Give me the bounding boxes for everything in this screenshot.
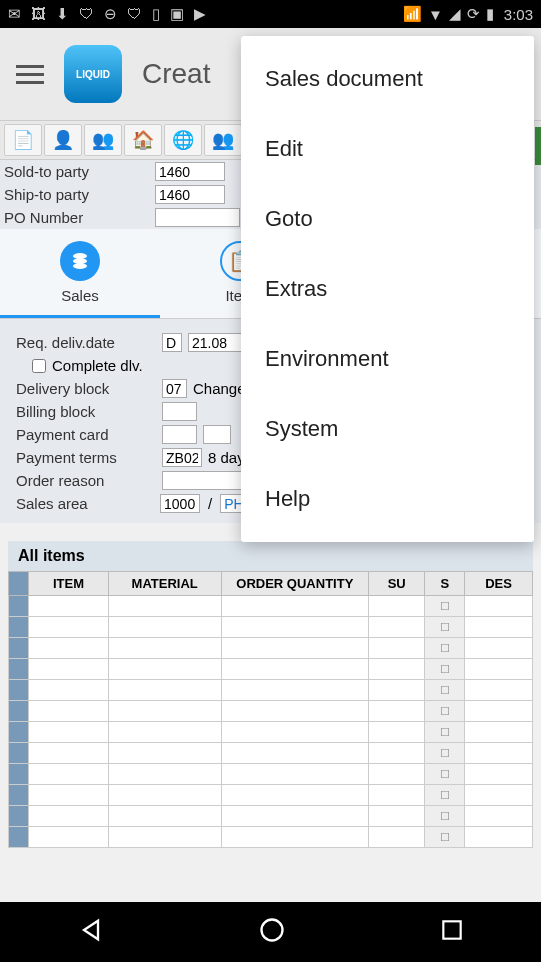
toolbar-btn-6[interactable]: 👥 <box>204 124 242 156</box>
toolbar-btn-1[interactable]: 📄 <box>4 124 42 156</box>
table-row[interactable]: ☐ <box>9 764 533 785</box>
payment-card-input-2[interactable] <box>203 425 231 444</box>
menu-item-edit[interactable]: Edit <box>241 114 534 184</box>
payment-terms-code-input[interactable] <box>162 448 202 467</box>
ship-to-label: Ship-to party <box>0 186 155 203</box>
box-icon: ▣ <box>170 5 184 23</box>
sales-area-input-1[interactable] <box>160 494 200 513</box>
po-label: PO Number <box>0 209 155 226</box>
th-corner <box>9 572 29 596</box>
payment-card-input-1[interactable] <box>162 425 197 444</box>
home-button[interactable] <box>258 916 286 948</box>
image-icon: 🖼 <box>31 5 46 23</box>
payment-card-label: Payment card <box>16 426 156 443</box>
delivery-block-label: Delivery block <box>16 380 156 397</box>
wifi-icon: ▼ <box>428 6 443 23</box>
ship-to-input[interactable] <box>155 185 225 204</box>
app-logo: LIQUID <box>64 45 122 103</box>
recent-button[interactable] <box>439 917 465 947</box>
req-deliv-date-input[interactable] <box>188 333 243 352</box>
menu-item-environment[interactable]: Environment <box>241 324 534 394</box>
svg-rect-4 <box>443 921 460 938</box>
th-item: ITEM <box>29 572 108 596</box>
toolbar-btn-3[interactable]: 👥 <box>84 124 122 156</box>
svg-point-2 <box>73 263 87 269</box>
menu-item-system[interactable]: System <box>241 394 534 464</box>
toolbar-btn-2[interactable]: 👤 <box>44 124 82 156</box>
billing-block-input[interactable] <box>162 402 197 421</box>
table-row[interactable]: ☐ <box>9 743 533 764</box>
items-table: ITEM MATERIAL ORDER QUANTITY SU S DES ☐☐… <box>8 571 533 848</box>
sold-to-label: Sold-to party <box>0 163 155 180</box>
payment-terms-text: 8 day <box>208 449 245 466</box>
table-row[interactable]: ☐ <box>9 785 533 806</box>
signal-icon: 📶 <box>403 5 422 23</box>
sold-to-input[interactable] <box>155 162 225 181</box>
table-row[interactable]: ☐ <box>9 806 533 827</box>
battery-level-icon: ▮ <box>486 5 494 23</box>
sync-icon: ⟳ <box>467 5 480 23</box>
menu-item-goto[interactable]: Goto <box>241 184 534 254</box>
th-des: DES <box>465 572 533 596</box>
menu-button[interactable] <box>16 65 44 84</box>
menu-item-extras[interactable]: Extras <box>241 254 534 324</box>
req-deliv-type-input[interactable] <box>162 333 182 352</box>
dropdown-menu: Sales document Edit Goto Extras Environm… <box>241 36 534 542</box>
green-indicator <box>535 127 541 165</box>
table-row[interactable]: ☐ <box>9 701 533 722</box>
billing-block-label: Billing block <box>16 403 156 420</box>
th-su: SU <box>368 572 425 596</box>
android-nav-bar <box>0 902 541 962</box>
th-material: MATERIAL <box>108 572 221 596</box>
mail-icon: ✉ <box>8 5 21 23</box>
items-section: All items ITEM MATERIAL ORDER QUANTITY S… <box>0 541 541 848</box>
menu-item-sales-document[interactable]: Sales document <box>241 44 534 114</box>
shield-icon: 🛡 <box>79 5 94 23</box>
shield2-icon: 🛡 <box>127 5 142 23</box>
table-row[interactable]: ☐ <box>9 680 533 701</box>
table-row[interactable]: ☐ <box>9 638 533 659</box>
coins-icon <box>60 241 100 281</box>
table-row[interactable]: ☐ <box>9 827 533 848</box>
table-row[interactable]: ☐ <box>9 659 533 680</box>
delivery-block-code-input[interactable] <box>162 379 187 398</box>
svg-point-3 <box>261 920 282 941</box>
minus-icon: ⊖ <box>104 5 117 23</box>
page-title: Creat <box>142 58 210 90</box>
play-icon: ▶ <box>194 5 206 23</box>
sales-area-label: Sales area <box>16 495 154 512</box>
battery-icon: ▯ <box>152 5 160 23</box>
tab-sales[interactable]: Sales <box>0 229 160 318</box>
android-status-bar: ✉ 🖼 ⬇ 🛡 ⊖ 🛡 ▯ ▣ ▶ 📶 ▼ ◢ ⟳ ▮ 3:03 <box>0 0 541 28</box>
table-header-row: ITEM MATERIAL ORDER QUANTITY SU S DES <box>9 572 533 596</box>
toolbar-btn-5[interactable]: 🌐 <box>164 124 202 156</box>
status-time: 3:03 <box>504 6 533 23</box>
payment-terms-label: Payment terms <box>16 449 156 466</box>
tab-sales-label: Sales <box>61 287 99 304</box>
complete-dlv-label: Complete dlv. <box>52 357 143 374</box>
table-row[interactable]: ☐ <box>9 596 533 617</box>
toolbar-btn-4[interactable]: 🏠 <box>124 124 162 156</box>
download-icon: ⬇ <box>56 5 69 23</box>
menu-item-help[interactable]: Help <box>241 464 534 534</box>
items-section-title: All items <box>8 541 533 571</box>
complete-dlv-checkbox[interactable] <box>32 359 46 373</box>
table-row[interactable]: ☐ <box>9 722 533 743</box>
table-row[interactable]: ☐ <box>9 617 533 638</box>
th-s: S <box>425 572 465 596</box>
cell-icon: ◢ <box>449 5 461 23</box>
req-deliv-label: Req. deliv.date <box>16 334 156 351</box>
po-input[interactable] <box>155 208 240 227</box>
order-reason-input[interactable] <box>162 471 242 490</box>
th-qty: ORDER QUANTITY <box>221 572 368 596</box>
back-button[interactable] <box>77 916 105 948</box>
order-reason-label: Order reason <box>16 472 156 489</box>
